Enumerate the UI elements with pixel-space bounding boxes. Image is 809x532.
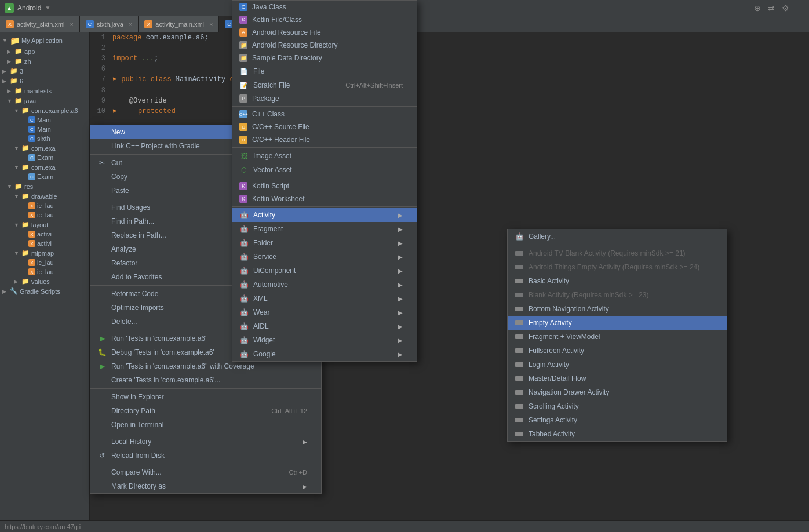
- menu-item-open-terminal[interactable]: Open in Terminal: [90, 418, 321, 432]
- submenu2-item-master-detail[interactable]: Master/Detail Flow: [508, 371, 727, 385]
- sync-icon[interactable]: ⇄: [768, 3, 775, 13]
- submenu-item-uicomponent[interactable]: 🤖 UiComponent ▶: [232, 264, 417, 278]
- tree-com-exa-1[interactable]: ▼ 📁 com.exa: [0, 143, 89, 153]
- tree-java[interactable]: ▼ 📁 java: [0, 96, 89, 105]
- tree-gradle-scripts[interactable]: ▶ 🔧 Gradle Scripts: [0, 286, 89, 296]
- project-folder-icon: 📁: [10, 36, 20, 45]
- tree-mipmap[interactable]: ▼ 📁 mipmap: [0, 248, 89, 258]
- xml-file-icon: X: [28, 240, 35, 247]
- empty-act-icon: [515, 318, 524, 327]
- cpp-src-icon: C: [239, 123, 247, 131]
- menu-item-create-tests[interactable]: Create 'Tests in 'com.example.a6'...: [90, 373, 321, 387]
- submenu2-item-fullscreen[interactable]: Fullscreen Activity: [508, 344, 727, 358]
- tab-activity-main-xml[interactable]: X activity_main.xml ×: [139, 16, 219, 32]
- submenu-item-kotlin-worksheet[interactable]: K Kotlin Worksheet: [232, 192, 417, 205]
- submenu-item-file[interactable]: 📄 File: [232, 64, 417, 78]
- menu-item-show-explorer[interactable]: Show in Explorer: [90, 390, 321, 404]
- folder-icon: 📁: [21, 144, 30, 152]
- submenu-item-package[interactable]: P Package: [232, 92, 417, 105]
- submenu-item-scratch[interactable]: 📝 Scratch File Ctrl+Alt+Shift+Insert: [232, 78, 417, 92]
- tab-close[interactable]: ×: [209, 21, 213, 28]
- submenu-item-kotlin-script[interactable]: K Kotlin Script: [232, 180, 417, 192]
- tree-label: ic_lau: [37, 202, 54, 209]
- submenu2-item-bottom-nav[interactable]: Bottom Navigation Activity: [508, 302, 727, 316]
- tree-layout[interactable]: ▼ 📁 layout: [0, 220, 89, 229]
- submenu-item-folder[interactable]: 🤖 Folder ▶: [232, 236, 417, 250]
- submenu-item-automotive[interactable]: 🤖 Automotive ▶: [232, 278, 417, 291]
- tree-ic-lau-1[interactable]: X ic_lau: [0, 201, 89, 210]
- tree-exam2[interactable]: C Exam: [0, 172, 89, 181]
- submenu2-label: Empty Activity: [529, 319, 572, 327]
- menu-item-dir-path[interactable]: Directory Path Ctrl+Alt+F12: [90, 404, 321, 418]
- submenu2-item-empty[interactable]: Empty Activity: [508, 316, 727, 330]
- submenu-label: Sample Data Directory: [252, 54, 322, 62]
- menu-item-mark-dir[interactable]: Mark Directory as ▶: [90, 479, 321, 493]
- tab-close[interactable]: ×: [129, 21, 132, 28]
- tab-close[interactable]: ×: [70, 21, 74, 28]
- tree-ic-lau-4[interactable]: X ic_lau: [0, 267, 89, 276]
- tree-drawable[interactable]: ▼ 📁 drawable: [0, 191, 89, 201]
- sample-icon: 📁: [239, 54, 247, 62]
- tree-values[interactable]: ▶ 📁 values: [0, 276, 89, 286]
- submenu-item-service[interactable]: 🤖 Service ▶: [232, 250, 417, 264]
- menu-item-reload[interactable]: ↺ Reload from Disk: [90, 449, 321, 462]
- tree-ic-lau-3[interactable]: X ic_lau: [0, 258, 89, 267]
- submenu-item-sample-data[interactable]: 📁 Sample Data Directory: [232, 52, 417, 64]
- tree-3[interactable]: ▶ 📁 3: [0, 66, 89, 76]
- submenu2-item-settings[interactable]: Settings Activity: [508, 413, 727, 427]
- tree-activi-2[interactable]: X activi: [0, 239, 89, 248]
- submenu2-item-basic[interactable]: Basic Activity: [508, 274, 727, 288]
- submenu-item-aidl[interactable]: 🤖 AIDL ▶: [232, 319, 417, 333]
- tree-manifests[interactable]: ▶ 📁 manifests: [0, 86, 89, 96]
- tree-6[interactable]: ▶ 📁 6: [0, 76, 89, 86]
- status-text: https://bintray.com/an 47g i: [5, 523, 81, 530]
- submenu-item-cpp-source[interactable]: C C/C++ Source File: [232, 121, 417, 133]
- tab-sixth-java[interactable]: C sixth.java ×: [80, 16, 139, 32]
- menu-item-compare[interactable]: Compare With... Ctrl+D: [90, 465, 321, 479]
- submenu-item-kotlin-file[interactable]: K Kotlin File/Class: [232, 13, 417, 26]
- submenu-item-xml[interactable]: 🤖 XML ▶: [232, 291, 417, 305]
- submenu-item-java-class[interactable]: C Java Class: [232, 1, 417, 13]
- tree-main2[interactable]: C Main: [0, 125, 89, 134]
- blank-req-icon: [515, 290, 524, 300]
- folder-icon: 📁: [14, 57, 23, 65]
- submenu-item-fragment[interactable]: 🤖 Fragment ▶: [232, 222, 417, 236]
- tree-sixth[interactable]: C sixth: [0, 134, 89, 143]
- menu-item-local-history[interactable]: Local History ▶: [90, 435, 321, 449]
- tree-activi-1[interactable]: X activi: [0, 229, 89, 239]
- submenu-item-android-resource-dir[interactable]: 📁 Android Resource Directory: [232, 39, 417, 52]
- submenu2-item-login[interactable]: Login Activity: [508, 358, 727, 371]
- java-file-icon: C: [28, 126, 35, 133]
- tree-ic-lau-2[interactable]: X ic_lau: [0, 210, 89, 220]
- dropdown-arrow[interactable]: ▼: [45, 5, 50, 11]
- tree-com-exa-2[interactable]: ▼ 📁 com.exa: [0, 162, 89, 172]
- submenu2-item-scrolling[interactable]: Scrolling Activity: [508, 399, 727, 413]
- tree-exam1[interactable]: C Exam: [0, 153, 89, 162]
- submenu2-item-nav-drawer[interactable]: Navigation Drawer Activity: [508, 385, 727, 399]
- minimize-icon[interactable]: —: [796, 3, 804, 13]
- submenu2-item-gallery[interactable]: 🤖 Gallery...: [508, 229, 727, 243]
- tree-com-example-a6[interactable]: ▼ 📁 com.example.a6: [0, 105, 89, 115]
- submenu-item-google[interactable]: 🤖 Google ▶: [232, 347, 417, 361]
- submenu-item-cpp-header[interactable]: H C/C++ Header File: [232, 133, 417, 146]
- tab-activity-sixth-xml[interactable]: X activity_sixth.xml ×: [0, 16, 80, 32]
- submenu-item-cpp-class[interactable]: C++ C++ Class: [232, 108, 417, 121]
- tree-res[interactable]: ▼ 📁 res: [0, 181, 89, 191]
- tree-label: app: [24, 48, 35, 55]
- submenu-item-activity[interactable]: 🤖 Activity ▶: [232, 208, 417, 222]
- tree-main1[interactable]: C Main: [0, 115, 89, 125]
- submenu-item-android-resource-file[interactable]: A Android Resource File: [232, 26, 417, 39]
- submenu2-item-tabbed[interactable]: Tabbed Activity: [508, 427, 727, 441]
- xml-submenu-icon: 🤖: [239, 294, 249, 303]
- settings-icon[interactable]: ⚙: [782, 3, 789, 13]
- submenu-item-image-asset[interactable]: 🖼 Image Asset: [232, 149, 417, 163]
- submenu-item-widget[interactable]: 🤖 Widget ▶: [232, 333, 417, 347]
- submenu-item-vector-asset[interactable]: ⬡ Vector Asset: [232, 163, 417, 177]
- tree-my-application[interactable]: ▼ 📁 My Application: [0, 35, 89, 46]
- tree-app[interactable]: ▶ 📁 app: [0, 46, 89, 56]
- tab-label: sixth.java: [97, 21, 123, 28]
- add-icon[interactable]: ⊕: [754, 3, 761, 13]
- tree-zh[interactable]: ▶ 📁 zh: [0, 56, 89, 66]
- submenu-item-wear[interactable]: 🤖 Wear ▶: [232, 305, 417, 319]
- submenu2-item-fragment-vm[interactable]: Fragment + ViewModel: [508, 330, 727, 344]
